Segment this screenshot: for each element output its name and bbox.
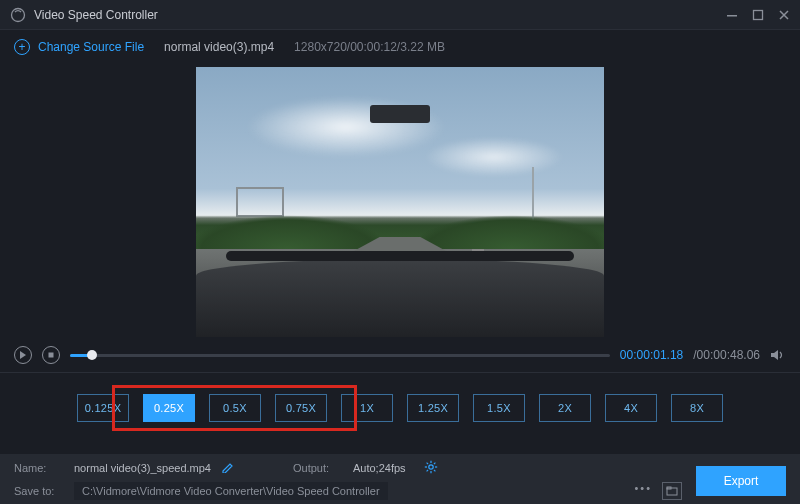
time-total: /00:00:48.06 [693, 348, 760, 362]
save-to-label: Save to: [14, 485, 64, 497]
volume-icon[interactable] [770, 348, 786, 362]
speed-button-1x[interactable]: 1X [341, 394, 393, 422]
window-title: Video Speed Controller [34, 8, 158, 22]
video-preview [0, 64, 800, 340]
source-filename: normal video(3).mp4 [164, 40, 274, 54]
name-label: Name: [14, 462, 64, 474]
speed-button-4x[interactable]: 4X [605, 394, 657, 422]
plus-icon: + [14, 39, 30, 55]
minimize-button[interactable] [726, 9, 738, 21]
source-meta: 1280x720/00:00:12/3.22 MB [294, 40, 445, 54]
export-label: Export [724, 474, 759, 488]
footer: Name: normal video(3)_speed.mp4 Output: … [0, 454, 800, 504]
speed-button-0-25x[interactable]: 0.25X [143, 394, 195, 422]
close-button[interactable] [778, 9, 790, 21]
playback-bar: 00:00:01.18/00:00:48.06 [0, 340, 800, 370]
save-path: C:\Vidmore\Vidmore Video Converter\Video… [74, 482, 388, 500]
time-current: 00:00:01.18 [620, 348, 683, 362]
svg-line-10 [433, 470, 435, 472]
toolbar: + Change Source File normal video(3).mp4… [0, 30, 800, 64]
speed-button-2x[interactable]: 2X [539, 394, 591, 422]
svg-point-4 [428, 465, 432, 469]
output-format: Auto;24fps [353, 462, 406, 474]
svg-rect-3 [49, 353, 54, 358]
video-frame[interactable] [196, 67, 604, 337]
svg-rect-2 [754, 10, 763, 19]
svg-line-11 [433, 463, 435, 465]
change-source-label: Change Source File [38, 40, 144, 54]
app-logo-icon [10, 7, 26, 23]
seek-slider[interactable] [70, 354, 610, 357]
stop-button[interactable] [42, 346, 60, 364]
speed-button-0-125x[interactable]: 0.125X [77, 394, 129, 422]
change-source-button[interactable]: + Change Source File [14, 39, 144, 55]
titlebar: Video Speed Controller [0, 0, 800, 30]
play-button[interactable] [14, 346, 32, 364]
more-options-button[interactable]: ••• [634, 482, 652, 500]
svg-line-9 [426, 463, 428, 465]
svg-line-12 [426, 470, 428, 472]
speed-button-1-5x[interactable]: 1.5X [473, 394, 525, 422]
maximize-button[interactable] [752, 9, 764, 21]
output-label: Output: [293, 462, 343, 474]
output-settings-button[interactable] [424, 460, 438, 476]
open-folder-button[interactable] [662, 482, 682, 500]
speed-button-1-25x[interactable]: 1.25X [407, 394, 459, 422]
edit-name-button[interactable] [221, 461, 233, 475]
speed-button-0-5x[interactable]: 0.5X [209, 394, 261, 422]
export-button[interactable]: Export [696, 466, 786, 496]
output-filename: normal video(3)_speed.mp4 [74, 462, 211, 474]
speed-selector: 0.125X0.25X0.5X0.75X1X1.25X1.5X2X4X8X [0, 373, 800, 443]
speed-button-8x[interactable]: 8X [671, 394, 723, 422]
speed-button-0-75x[interactable]: 0.75X [275, 394, 327, 422]
svg-rect-1 [727, 15, 737, 17]
